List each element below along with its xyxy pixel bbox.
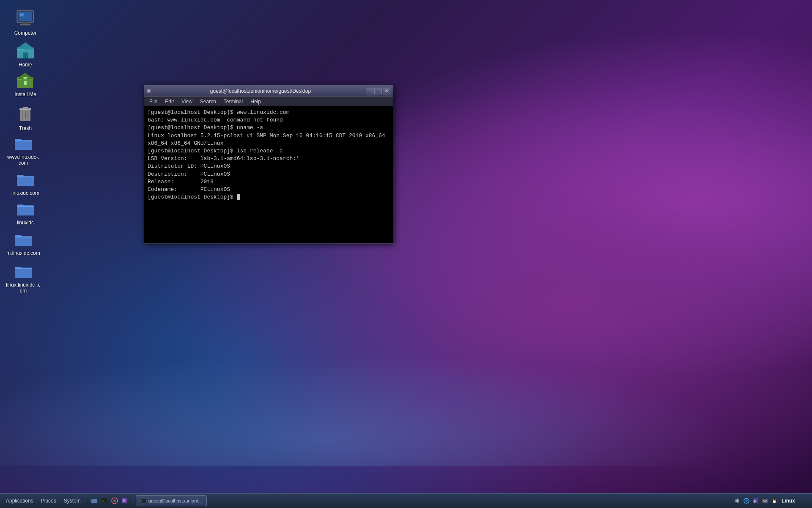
linux-logo: Linux bbox=[780, 495, 809, 506]
svg-text:$: $ bbox=[141, 500, 143, 502]
svg-rect-36 bbox=[91, 499, 94, 500]
svg-point-59 bbox=[775, 500, 776, 500]
svg-point-58 bbox=[774, 500, 774, 500]
m-linuxidc-label: m.linuxidc.com bbox=[6, 250, 40, 256]
terminal-menu-search[interactable]: Search bbox=[197, 98, 219, 105]
terminal-line-11: [guest@localhost Desktop]$ bbox=[148, 193, 390, 201]
terminal-line-6: LSB Version: lsb-3.1-amd64:lsb-3.1-noarc… bbox=[148, 155, 390, 163]
taskbar-browser-icon[interactable] bbox=[111, 497, 118, 505]
taskbar: Applications Places System $_ P $ bbox=[0, 493, 812, 508]
tray-penguin-icon[interactable] bbox=[771, 497, 778, 505]
linux-linuxidc-label: linux.linuxidc-.com bbox=[6, 282, 41, 294]
svg-rect-53 bbox=[764, 501, 766, 502]
svg-rect-28 bbox=[17, 206, 34, 207]
desktop-decoration bbox=[0, 339, 812, 466]
svg-rect-49 bbox=[762, 499, 768, 503]
svg-rect-33 bbox=[15, 268, 32, 278]
terminal-line-1: [guest@localhost Desktop]$ www.linuxidc.… bbox=[148, 109, 390, 116]
svg-rect-6 bbox=[20, 14, 23, 16]
taskbar-tray: P Linux bbox=[730, 494, 812, 508]
svg-rect-16 bbox=[23, 107, 28, 109]
svg-text:Linux: Linux bbox=[782, 498, 795, 504]
svg-rect-50 bbox=[763, 500, 764, 501]
desktop-icon-linuxidc[interactable]: linuxidc bbox=[6, 196, 44, 227]
taskbar-terminal-window-btn[interactable]: $ guest@localhost:/union/... bbox=[136, 495, 207, 506]
svg-rect-3 bbox=[20, 24, 30, 25]
svg-point-40 bbox=[113, 500, 116, 502]
terminal-window: ▣ guest@localhost:/union/home/guest/Desk… bbox=[144, 85, 393, 243]
terminal-line-3: [guest@localhost Desktop]$ uname -a bbox=[148, 124, 390, 132]
svg-rect-22 bbox=[15, 141, 32, 141]
terminal-line-5: [guest@localhost Desktop]$ lsb_release -… bbox=[148, 147, 390, 155]
terminal-line-9: Release: 2019 bbox=[148, 178, 390, 186]
terminal-menu-edit[interactable]: Edit bbox=[162, 98, 177, 105]
taskbar-applications[interactable]: Applications bbox=[3, 494, 36, 508]
terminal-menu-terminal[interactable]: Terminal bbox=[220, 98, 246, 105]
terminal-line-4: Linux localhost 5.2.15-pclos1 #1 SMP Mon… bbox=[148, 132, 390, 147]
desktop-icon-install[interactable]: Install Me bbox=[6, 68, 44, 99]
desktop-icon-www-linuxidc[interactable]: www.linuxidc-.com bbox=[4, 130, 42, 168]
svg-point-60 bbox=[774, 500, 775, 501]
linuxidc-com-label: linuxidc.com bbox=[11, 190, 39, 196]
terminal-cursor bbox=[237, 194, 240, 200]
desktop-icon-computer[interactable]: Computer bbox=[6, 6, 44, 38]
svg-rect-2 bbox=[22, 22, 29, 24]
taskbar-sep-2 bbox=[132, 497, 132, 505]
trash-icon bbox=[15, 103, 36, 124]
taskbar-system[interactable]: System bbox=[61, 494, 83, 508]
install-icon bbox=[15, 69, 36, 90]
home-folder-icon bbox=[15, 40, 36, 60]
computer-label: Computer bbox=[14, 30, 37, 36]
tray-p-icon[interactable]: P bbox=[752, 497, 760, 505]
terminal-line-10: Codename: PCLinuxOS bbox=[148, 186, 390, 193]
terminal-body[interactable]: [guest@localhost Desktop]$ www.linuxidc.… bbox=[144, 106, 393, 243]
terminal-menu-view[interactable]: View bbox=[178, 98, 196, 105]
svg-rect-24 bbox=[17, 177, 34, 186]
folder-linux-linuxidc-icon bbox=[13, 260, 33, 280]
svg-rect-25 bbox=[17, 177, 34, 177]
svg-text:P: P bbox=[754, 499, 757, 503]
www-linuxidc-label: www.linuxidc-.com bbox=[6, 154, 41, 166]
desktop-icon-home[interactable]: Home bbox=[6, 38, 44, 69]
desktop-icon-linux-linuxidc[interactable]: linux.linuxidc-.com bbox=[4, 258, 42, 296]
install-label: Install Me bbox=[14, 91, 36, 97]
terminal-controls: _ □ ✕ bbox=[366, 88, 390, 94]
svg-rect-31 bbox=[15, 237, 32, 237]
terminal-titlebar: ▣ guest@localhost:/union/home/guest/Desk… bbox=[144, 85, 393, 97]
tray-keyboard-icon[interactable] bbox=[761, 497, 769, 505]
taskbar-terminal-icon[interactable]: $_ bbox=[101, 497, 108, 505]
svg-rect-9 bbox=[23, 52, 28, 58]
desktop-icon-trash[interactable]: Trash bbox=[6, 102, 44, 133]
terminal-line-2: bash: www.linuxidc.com: command not foun… bbox=[148, 116, 390, 124]
svg-rect-52 bbox=[766, 500, 767, 501]
svg-rect-13 bbox=[24, 81, 27, 85]
computer-icon bbox=[15, 8, 36, 28]
taskbar-window-label: guest@localhost:/union/... bbox=[148, 498, 202, 503]
terminal-close-btn[interactable]: ✕ bbox=[383, 88, 390, 94]
svg-rect-51 bbox=[765, 500, 765, 501]
tray-volume-icon[interactable] bbox=[733, 497, 741, 505]
terminal-maximize-btn[interactable]: □ bbox=[374, 88, 382, 94]
desktop: Computer Home Install Me bbox=[0, 0, 812, 508]
terminal-title: guest@localhost:/union/home/guest/Deskto… bbox=[155, 88, 366, 94]
folder-www-icon bbox=[13, 132, 33, 152]
linuxidc-label: linuxidc bbox=[17, 220, 34, 226]
svg-rect-34 bbox=[15, 268, 32, 269]
taskbar-apps: Applications Places System $_ P $ bbox=[0, 494, 210, 508]
svg-rect-21 bbox=[15, 141, 32, 150]
taskbar-places[interactable]: Places bbox=[38, 494, 59, 508]
taskbar-sep-1 bbox=[87, 497, 87, 505]
taskbar-filemanager-icon[interactable] bbox=[91, 497, 98, 505]
terminal-line-8: Description: PCLinuxOS bbox=[148, 171, 390, 178]
desktop-icon-m-linuxidc[interactable]: m.linuxidc.com bbox=[4, 226, 42, 258]
folder-linuxidc-icon bbox=[15, 198, 36, 218]
taskbar-icon-4[interactable]: P bbox=[121, 497, 129, 505]
terminal-menubar: File Edit View Search Terminal Help bbox=[144, 97, 393, 106]
folder-m-linuxidc-icon bbox=[13, 228, 33, 248]
desktop-icon-linuxidc-com[interactable]: linuxidc.com bbox=[6, 166, 44, 198]
folder-linuxidc-com-icon bbox=[15, 168, 36, 188]
tray-network-icon[interactable] bbox=[743, 497, 750, 505]
terminal-menu-help[interactable]: Help bbox=[247, 98, 264, 105]
terminal-minimize-btn[interactable]: _ bbox=[366, 88, 373, 94]
terminal-menu-file[interactable]: File bbox=[146, 98, 161, 105]
